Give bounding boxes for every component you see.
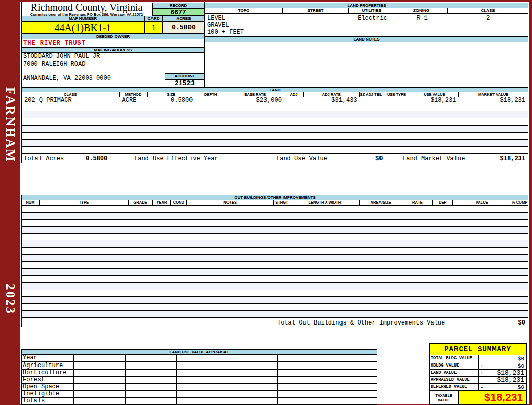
out-column-3: YEAR	[153, 200, 171, 205]
out-buildings-empty-row	[22, 213, 528, 220]
total-acres-value: 0.5800	[86, 155, 107, 163]
land-notes-label: LAND NOTES	[205, 36, 528, 42]
appraisal-empty-cell	[329, 370, 377, 376]
appraisal-empty-cell	[126, 377, 177, 383]
out-column-2: GRADE	[129, 200, 153, 205]
appraisal-empty-cell	[278, 370, 330, 376]
land-empty-row	[22, 118, 528, 126]
parcel-summary-rows: TOTAL BLDG VALUE$0OBLDG VALUE+$0LAND VAL…	[430, 355, 526, 391]
appraisal-empty-cell	[278, 377, 330, 383]
land-market-value-label: Land Market Value	[403, 155, 465, 163]
land-empty-row	[22, 133, 528, 140]
out-buildings-empty-row	[22, 206, 528, 213]
land-cell-5	[284, 97, 304, 104]
appraisal-empty-cell	[329, 391, 377, 397]
land-column-9: USE VALUE	[410, 92, 459, 97]
appraisal-empty-cell	[226, 391, 278, 397]
address-line-1: STODDARD JOHN PAUL JR	[21, 53, 183, 60]
out-buildings-empty-row	[22, 234, 528, 241]
acres-label: ACRES	[163, 16, 205, 22]
appraisal-empty-cell	[226, 362, 278, 369]
land-column-10: MARKET VALUE	[459, 92, 528, 97]
parcel-row-value: +$0	[479, 362, 526, 369]
card-label: CARD	[144, 16, 163, 22]
appraisal-row-label: Totals	[22, 398, 74, 404]
out-buildings-empty-row	[22, 227, 528, 234]
parcel-row-value: $0	[479, 355, 526, 362]
land-properties-panel: LAND PROPERTIES TOPOSTREETUTILITIESZONIN…	[205, 3, 528, 86]
out-column-5: NOTES	[187, 200, 274, 205]
property-record-card: FARNHAM 2023 Richmond County, Virginia C…	[0, 0, 532, 405]
account-value: 21523	[165, 79, 205, 87]
taxable-value: $18,231	[459, 391, 526, 404]
appraisal-empty-cell	[278, 362, 330, 369]
appraisal-empty-cell	[226, 384, 278, 390]
appraisal-empty-cell	[329, 398, 377, 404]
appraisal-empty-cell	[226, 370, 278, 376]
out-buildings-empty-row	[22, 220, 528, 227]
land-use-appraisal-title: LAND USE VALUE APPRAISAL	[21, 349, 377, 355]
out-buildings-total-value: $0	[518, 319, 525, 327]
appraisal-row-label: Agriculture	[22, 362, 74, 369]
appraisal-empty-cell	[74, 370, 126, 376]
topo-value-2: GRAVEL	[207, 22, 229, 29]
appraisal-empty-cell	[278, 355, 330, 361]
land-column-4: BASE RATE	[226, 92, 284, 97]
land-column-8: USE TYPE	[383, 92, 411, 97]
land-column-1: METHOD	[120, 92, 148, 97]
land-cell-3	[195, 97, 226, 104]
record-value: 6677	[152, 9, 205, 16]
land-prop-column-2: UTILITIES	[349, 8, 395, 13]
parcel-row-value: +$18,231	[479, 370, 526, 376]
appraisal-empty-cell	[177, 384, 226, 390]
land-rows: 202 Q PRIMACRACRE0.5800$23,000$31,433$18…	[21, 97, 528, 154]
land-column-6: ADJ RATE	[304, 92, 360, 97]
taxable-value-label: TAXABLE VALUE	[430, 391, 459, 404]
land-use-value-label: Land Use Value	[276, 155, 327, 163]
land-column-0: CLASS	[22, 92, 120, 97]
land-cell-6: $31,433	[304, 97, 360, 104]
parcel-row-value: -$0	[479, 384, 526, 390]
parcel-summary-row: DEFERRED VALUE-$0	[430, 384, 526, 391]
out-buildings-empty-row	[22, 304, 528, 311]
acres-value: 0.5800	[163, 22, 205, 34]
land-market-value: $18,231	[500, 155, 525, 163]
appraisal-row: Totals	[21, 398, 377, 405]
parcel-row-amount: $18,231	[497, 376, 524, 384]
out-column-11: VALUE	[453, 200, 511, 205]
appraisal-empty-cell	[126, 370, 177, 376]
appraisal-empty-cell	[177, 355, 226, 361]
land-data-row: 202 Q PRIMACRACRE0.5800$23,000$31,433$18…	[22, 97, 528, 104]
out-column-0: NUM	[22, 200, 40, 205]
out-buildings-header-row: NUMTYPEGRADEYEARCONDNOTESSTHGTLENGTH X W…	[21, 200, 528, 206]
parcel-row-label: DEFERRED VALUE	[430, 384, 479, 390]
appraisal-empty-cell	[74, 398, 126, 404]
parcel-row-operator: +	[480, 363, 484, 369]
county-title: Richmond County, Virginia	[21, 2, 152, 13]
land-header-row: CLASSMETHODSIZEDEPTHBASE RATEADJADJ RATE…	[21, 92, 528, 97]
appraisal-row: Open Space	[21, 384, 377, 391]
appraisal-empty-cell	[74, 377, 126, 383]
parcel-summary: PARCEL SUMMARY TOTAL BLDG VALUE$0OBLDG V…	[429, 343, 527, 405]
deeded-owner-value: THE RIVER TRUST	[21, 39, 205, 47]
total-acres-label: Total Acres	[24, 155, 64, 163]
land-properties-values: LEVEL GRAVEL 100 + FEET Electric R-1 2	[205, 14, 528, 36]
deeded-owner-label: DEEDED OWNER	[21, 34, 205, 39]
appraisal-row: Ineligible	[21, 391, 377, 398]
land-prop-column-1: STREET	[283, 8, 349, 13]
parcel-row-label: TOTAL BLDG VALUE	[430, 355, 479, 362]
appraisal-empty-cell	[329, 362, 377, 369]
out-buildings-total-label: Total Out Buildings & Other Improvements…	[277, 319, 445, 327]
appraisal-empty-cell	[74, 355, 126, 361]
appraisal-empty-cell	[126, 398, 177, 404]
out-buildings-empty-row	[22, 311, 528, 318]
map-number-label: MAP NUMBER	[21, 16, 144, 22]
land-cell-1: ACRE	[120, 97, 148, 104]
out-buildings-empty-row	[22, 269, 528, 276]
parcel-row-label: LAND VALUE	[430, 370, 479, 376]
parcel-row-value: $18,231	[479, 377, 526, 383]
land-empty-row	[22, 147, 528, 154]
parcel-row-amount: $0	[518, 356, 524, 362]
card-content: Richmond County, Virginia Commissioner o…	[20, 2, 529, 404]
land-column-2: SIZE	[148, 92, 196, 97]
